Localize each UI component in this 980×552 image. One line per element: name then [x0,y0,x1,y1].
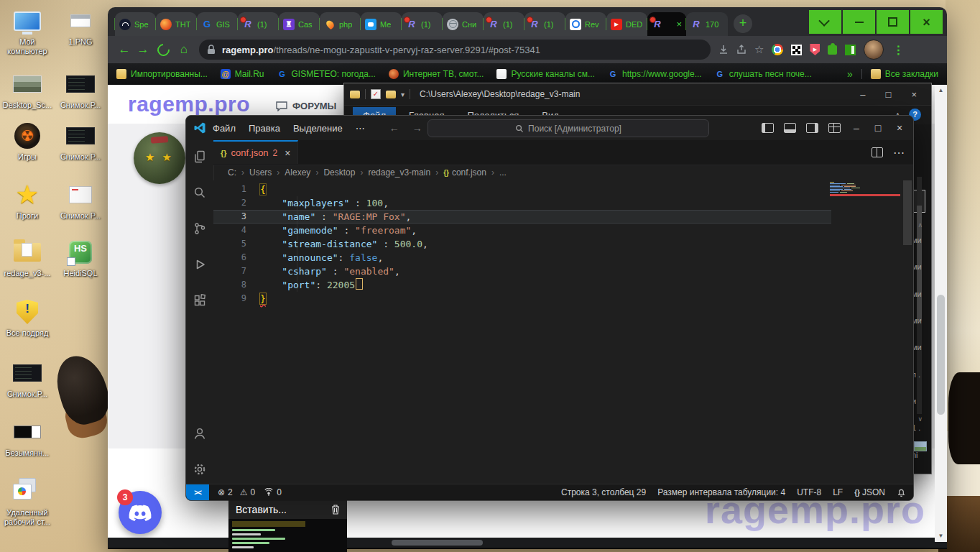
desktop-icon[interactable]: Мой компьютер [1,6,53,56]
editor-scrollbar[interactable] [903,180,912,245]
scroll-down-icon[interactable]: ▼ [935,530,947,542]
green-panel-extension-icon[interactable] [845,45,856,55]
file-name-fragment[interactable]: ми [912,290,929,298]
account-icon[interactable] [192,426,208,441]
browser-tab[interactable]: G GIS [197,12,238,36]
code-line[interactable]: 9 } [213,292,831,305]
menu-item[interactable]: Правка [242,120,287,137]
browser-tab[interactable]: R (1) [524,12,565,36]
scrollbar-thumb[interactable] [392,540,483,546]
browser-tab[interactable]: Spe [115,12,156,36]
code-line[interactable]: 2 "maxplayers" : 100, [213,196,831,210]
customize-layout-icon[interactable] [828,123,841,133]
code-line[interactable]: 3 "name" : "RAGE:MP Fox", [213,210,831,224]
minimize-button[interactable] [843,10,875,34]
more-actions-icon[interactable]: ⋯ [893,146,905,160]
scrollbar-thumb[interactable] [937,295,945,415]
desktop-icon[interactable]: ★ Проги [1,180,53,221]
minimap[interactable] [830,182,902,196]
bookmark-item[interactable]: G слушать песн поче... [715,69,812,79]
browser-menu-icon[interactable]: ⋮ [892,43,904,57]
browser-tab[interactable]: R (1) [402,12,443,36]
bookmarks-overflow-icon[interactable]: » [847,68,853,80]
new-tab-button[interactable]: + [734,14,752,33]
qr-extension-icon[interactable] [791,45,802,55]
breadcrumb-item[interactable]: Users [236,167,272,178]
file-name-fragment[interactable]: п . [912,370,929,378]
tab-close-icon[interactable]: × [676,19,682,29]
explorer-path[interactable]: C:\Users\Alexey\Desktop\redage_v3-main [420,89,580,99]
code-line[interactable]: 7 "csharp" : "enabled", [213,264,831,278]
desktop-icon[interactable]: Снимок.Р... [55,121,106,162]
menu-item[interactable]: ⋯ [349,120,371,137]
desktop-icon[interactable]: HS HeidiSQL [55,237,106,278]
bookmark-item[interactable]: Интернет ТВ, смот... [389,69,484,79]
share-icon[interactable] [736,45,746,55]
maximize-button[interactable]: □ [886,89,892,100]
desktop-icon[interactable]: 1.PNG [55,6,106,47]
desktop-icon[interactable]: Снимок.Р... [55,180,106,221]
close-button[interactable]: × [911,89,917,100]
file-name-fragment[interactable]: ni [912,451,929,459]
history-forward-icon[interactable]: → [406,122,429,134]
desktop-icon[interactable]: Снимок.Р... [1,358,53,399]
bookmark-star-icon[interactable]: ☆ [754,43,764,56]
close-button[interactable]: × [910,10,943,34]
properties-check-icon[interactable]: ✓ [371,89,381,99]
desktop-icon[interactable]: Desktop_Sc... [1,69,53,110]
extensions-puzzle-icon[interactable] [828,45,837,55]
context-menu-paste[interactable]: Вставить... [228,500,347,519]
download-icon[interactable] [718,45,729,55]
browser-tab[interactable]: Сни [443,12,484,36]
code-editor[interactable]: 1 { 2 "maxplayers" : 100, 3 "name" : "RA… [213,180,913,484]
browser-tab[interactable]: R × [647,12,686,36]
menu-item[interactable]: Выделение [287,120,349,137]
browser-tab[interactable]: ♜ Cas [279,12,320,36]
file-name-fragment[interactable]: и [912,397,929,405]
trash-icon[interactable] [331,505,340,515]
split-editor-icon[interactable] [872,147,883,157]
bookmark-item[interactable]: G https://www.google... [608,69,702,79]
search-icon[interactable] [192,185,208,201]
language-mode[interactable]: {}JSON [854,487,885,497]
minimize-button[interactable]: – [846,121,867,135]
breadcrumb-item[interactable]: {} conf.json [430,167,486,178]
command-center-search[interactable]: Поиск [Администратор] [427,119,709,137]
address-bar[interactable]: ragemp.pro/threads/ne-mogu-zapustit-v-pe… [199,40,711,60]
browser-tab[interactable]: R 170 [686,12,728,36]
scroll-up-icon[interactable]: ∧ [917,221,923,229]
code-line[interactable]: 5 "stream-distance" : 500.0, [213,237,831,251]
file-name-fragment[interactable]: ми [912,343,929,351]
desktop-icon[interactable]: ! Все подряд [1,297,53,338]
all-bookmarks-button[interactable]: Все закладки [871,69,938,79]
indentation[interactable]: Размер интервала табуляции: 4 [657,487,785,497]
forums-nav-link[interactable]: ФОРУМЫ [276,101,336,111]
browser-tab[interactable]: R (1) [484,12,524,36]
file-name-fragment[interactable]: ми [912,316,929,324]
browser-tab[interactable]: THT [156,12,197,36]
qat-dropdown-icon[interactable]: ▾ [401,91,405,98]
browser-tab[interactable]: R (1) [238,12,279,36]
code-line[interactable]: 6 "announce": false, [213,251,831,264]
code-line[interactable]: 4 "gamemode" : "freeroam", [213,224,831,237]
eol-sequence[interactable]: LF [833,487,843,497]
desktop-icon[interactable]: Снимок.Р... [55,69,106,110]
new-folder-icon[interactable] [386,91,396,98]
home-button[interactable]: ⌂ [175,42,193,57]
breadcrumb-item[interactable]: C: [228,167,236,178]
site-logo[interactable]: ragemp.pro [128,92,250,116]
file-name-fragment[interactable]: ми [912,262,929,270]
toggle-sidebar-icon[interactable] [762,123,774,133]
reload-button[interactable] [155,41,172,58]
breadcrumb-item[interactable]: ... [486,167,507,178]
problems-indicator[interactable]: ⊗ 2 ⚠ 0 [218,487,255,497]
desktop-icon[interactable]: Удаленный рабочий ст... [1,477,53,527]
back-button[interactable]: ← [115,42,134,57]
ports-indicator[interactable]: 0 [264,487,282,497]
forum-avatar[interactable]: ★ ★ [134,132,185,184]
source-control-icon[interactable] [192,221,208,236]
history-back-icon[interactable]: ← [383,122,406,134]
editor-tab[interactable]: {} conf.json 2 × [213,140,298,164]
browser-tab[interactable]: php [320,12,361,36]
desktop-icon[interactable]: Безымянн... [1,417,53,458]
